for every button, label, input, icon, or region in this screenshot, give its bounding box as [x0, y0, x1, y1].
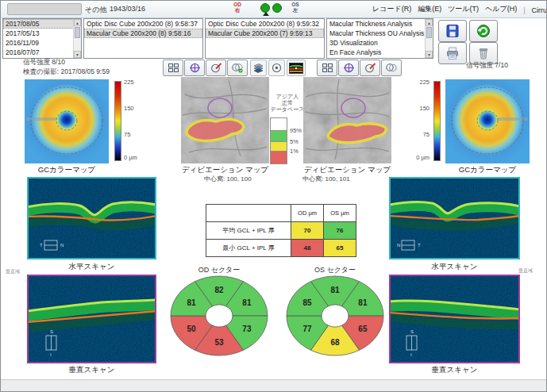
os-horizontal-bscan[interactable]: N T: [389, 177, 520, 259]
od-horizontal-bscan[interactable]: T N: [27, 177, 156, 259]
sector-value: 81: [358, 298, 368, 307]
left-side-note: 垂直域: [6, 268, 20, 275]
os-scan-item[interactable]: Macular Cube 200x200 (7) 9:59:13: [206, 29, 324, 38]
analysis-item[interactable]: 3D Visualization: [327, 38, 426, 48]
measure-circle-button[interactable]: [206, 60, 226, 76]
table-row: 平均 GCL + IPL 厚 70 76: [206, 222, 356, 240]
os-scan-list[interactable]: Optic Disc Cube 200x200 (8) 9:59:32Macul…: [205, 18, 325, 59]
menu-item[interactable]: 編集(E): [418, 5, 441, 13]
layers-button[interactable]: [250, 60, 267, 76]
os-eye-indicator-icon[interactable]: [272, 3, 282, 13]
od-deviation-map[interactable]: [181, 77, 269, 163]
mini-colormap-icon: [289, 63, 303, 74]
eye-marker-icon: [263, 12, 269, 16]
scroll-thumb[interactable]: [75, 27, 80, 38]
analysis-list-scrollbar[interactable]: ▲ ▼: [425, 19, 433, 58]
os-fovea-coords: 中心窩: 100, 101: [302, 175, 350, 183]
os-signal-strength: 信号強度 7/10: [466, 61, 508, 71]
od-scan-item[interactable]: Macular Cube 200x200 (8) 9:58:16: [84, 29, 202, 38]
table-corner-cell: [206, 205, 291, 222]
od-vscan-label: 垂直スキャン: [27, 365, 156, 375]
menu-separator: |: [523, 6, 525, 14]
svg-text:S: S: [50, 329, 53, 334]
row-label: 平均 GCL + IPL 厚: [206, 222, 291, 240]
od-avg-value: 70: [291, 222, 324, 240]
os-gc-thickness-map[interactable]: [445, 79, 530, 163]
compare-circles-button[interactable]: [227, 60, 248, 76]
scale-tick: 75: [124, 131, 130, 138]
menu-item[interactable]: ツール(T): [448, 5, 479, 13]
os-gc-map-label: GCカラーマップ: [445, 165, 530, 175]
od-eye-label: OD右: [230, 2, 245, 13]
exam-date-list[interactable]: 2017/08/052017/05/132016/11/092016/07/07…: [2, 18, 82, 59]
os-sector-chart[interactable]: 818165687785: [283, 275, 387, 357]
scale-tick: 150: [410, 105, 430, 112]
od-min-value: 48: [291, 240, 324, 257]
table-od-header: OD µm: [291, 205, 324, 222]
od-scan-item[interactable]: Optic Disc Cube 200x200 (8) 9:58:37: [84, 19, 202, 29]
od-vertical-bscan[interactable]: S I: [27, 275, 156, 363]
grid-icon: [322, 63, 333, 73]
scale-tick: 150: [124, 105, 134, 112]
table-row: 最小 GCL + IPL 厚 48 65: [206, 240, 356, 257]
printer-icon: [445, 46, 460, 60]
gcl-ipl-thickness-table: OD µm OS µm 平均 GCL + IPL 厚 70 76 最小 GCL …: [206, 204, 356, 257]
menu-item[interactable]: レコード(R): [372, 5, 411, 13]
save-button[interactable]: [438, 20, 467, 42]
scroll-thumb[interactable]: [426, 27, 432, 38]
os-min-value: 65: [324, 240, 356, 257]
od-sector-chart[interactable]: 828173535081: [168, 275, 271, 357]
overlay-circles-icon: [385, 63, 398, 73]
scroll-up-icon[interactable]: ▲: [426, 19, 433, 26]
analysis-list[interactable]: Macular Thickness AnalysisMacular Thickn…: [326, 18, 433, 59]
app-title: Cirrus Op: [532, 6, 547, 14]
os-hscan-label: 水平スキャン: [389, 262, 520, 272]
os-scan-item[interactable]: Optic Disc Cube 200x200 (8) 9:59:32: [206, 19, 324, 29]
menu-item[interactable]: ヘルプ(H): [485, 5, 517, 13]
revert-button[interactable]: [469, 20, 498, 42]
os-eye-label: OS左: [288, 2, 302, 13]
center-target-button[interactable]: [268, 60, 285, 76]
od-gc-thickness-map[interactable]: [25, 79, 109, 163]
exam-date-item[interactable]: 2016/07/07: [3, 48, 74, 57]
analysis-item[interactable]: Macular Thickness OU Analysis: [327, 29, 426, 38]
os-vertical-bscan[interactable]: S I: [389, 275, 520, 363]
svg-text:T: T: [418, 243, 421, 248]
sector-value: 77: [303, 325, 313, 333]
grid-icon: [168, 63, 179, 73]
legend-95-label: 95%: [290, 127, 302, 134]
exam-date-item[interactable]: 2017/08/05: [3, 19, 74, 29]
legend-white-box: [270, 117, 287, 131]
cirrus-oct-window: その他 1943/03/16 OD右 OS左 レコード(R)編集(E)ツール(T…: [0, 0, 547, 392]
crosshair-icon: [343, 63, 355, 73]
patient-name-field[interactable]: [7, 3, 82, 15]
menu-bar: レコード(R)編集(E)ツール(T)ヘルプ(H)|Cirrus Op: [372, 5, 547, 14]
analysis-item[interactable]: Macular Thickness Analysis: [327, 19, 426, 29]
scale-tick: 225: [410, 79, 430, 86]
exam-date-item[interactable]: 2016/11/09: [3, 38, 74, 48]
sector-value: 81: [330, 286, 340, 294]
sector-value: 53: [214, 338, 224, 347]
compare-circles-button-os[interactable]: [381, 60, 402, 76]
exam-date-item[interactable]: 2017/05/13: [3, 29, 74, 38]
trash-icon: [476, 46, 491, 60]
scroll-down-icon[interactable]: ▼: [426, 51, 433, 58]
measure-circle-button-os[interactable]: [360, 60, 380, 76]
print-button[interactable]: [438, 42, 467, 64]
analysis-item[interactable]: En Face Analysis: [327, 48, 426, 57]
od-scan-list[interactable]: Optic Disc Cube 200x200 (8) 9:58:37Macul…: [83, 18, 203, 59]
scroll-up-icon[interactable]: ▲: [74, 19, 81, 26]
pen-circle-icon: [210, 63, 222, 73]
thickness-map-button[interactable]: [287, 60, 306, 76]
crosshair-overlay-button[interactable]: [184, 60, 205, 76]
svg-text:N: N: [60, 243, 64, 248]
date-list-scrollbar[interactable]: ▲ ▼: [73, 19, 81, 58]
crosshair-icon: [189, 63, 201, 73]
legend-5-label: 5%: [290, 138, 299, 145]
crosshair-overlay-button-os[interactable]: [338, 60, 359, 76]
os-deviation-map[interactable]: [303, 77, 391, 163]
scroll-down-icon[interactable]: ▼: [74, 51, 81, 58]
grid-view-button-os[interactable]: [317, 60, 337, 76]
grid-view-button[interactable]: [163, 60, 183, 76]
sector-value: 50: [187, 325, 197, 333]
